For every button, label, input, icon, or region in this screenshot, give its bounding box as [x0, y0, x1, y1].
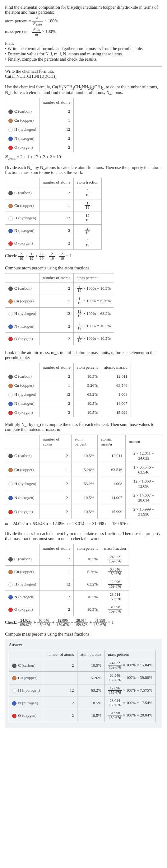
table-row: O (oxygen)210.5%31.998159.676 [5, 603, 129, 616]
element-cell: N (nitrogen) [5, 320, 39, 332]
element-cell: Cu (copper) [5, 295, 39, 307]
element-swatch-icon [8, 229, 13, 233]
element-cell: Cu (copper) [5, 199, 39, 212]
atom-fraction-text: Divide each N_i by N_atoms to calculate … [5, 165, 162, 175]
atom-percent-table: number of atomsatom percent C (carbon)22… [5, 273, 114, 345]
element-swatch-icon [8, 324, 13, 329]
table-row: H (hydrogen)12 [5, 125, 74, 134]
element-swatch-icon [12, 676, 16, 680]
mass-fraction-text: Divide the mass for each element by m to… [5, 531, 162, 541]
natoms-total: Natoms = 2 + 1 + 12 + 2 + 2 = 19 [5, 155, 162, 160]
table-row: C (carbon)210.5%12.0112 × 12.011 = 24.02… [5, 448, 162, 463]
element-cell: Cu (copper) [5, 116, 39, 125]
mass-percent-table: number of atomsatom percentmass percent … [9, 650, 156, 722]
element-swatch-icon [8, 570, 13, 574]
element-swatch-icon [8, 216, 13, 221]
element-cell: Cu (copper) [5, 566, 39, 578]
table-row: H (hydrogen)1263.2%1.00812 × 1.008 = 12.… [5, 476, 162, 491]
atom-fraction-table: number of atomsatom fraction C (carbon)2… [5, 178, 102, 250]
mass-percent-equation: mass percent = Nimim × 100% [5, 27, 162, 37]
plan-header: Plan: [5, 41, 162, 46]
table-row: C (carbon)210.5%12.011 [5, 372, 131, 381]
element-swatch-icon [8, 299, 13, 304]
element-cell: O (oxygen) [5, 143, 39, 152]
table-row: O (oxygen)2 [5, 143, 74, 152]
table-row: H (hydrogen)121219 × 100% = 63.2% [5, 307, 114, 320]
table-row: N (nitrogen)2219 × 100% = 10.5% [5, 320, 114, 332]
table-row: N (nitrogen)210.5%28.014159.676 × 100% =… [9, 697, 156, 709]
element-swatch-icon [8, 146, 13, 150]
element-swatch-icon [8, 286, 13, 291]
table-row: O (oxygen)2219 [5, 237, 102, 249]
element-cell: C (carbon) [5, 282, 39, 294]
table-row: H (hydrogen)1263.2%12.096159.676 [5, 578, 129, 590]
element-swatch-icon [12, 688, 16, 693]
mass-percent-text: Compute mass percents using the mass fra… [5, 632, 162, 637]
plan-item: • Write the chemical formula and gather … [5, 46, 162, 51]
element-cell: N (nitrogen) [5, 134, 39, 143]
mass-fraction-check: Check: 24.022159.676 + 63.546159.676 + 1… [5, 619, 162, 627]
table-row: C (carbon)210.5%24.022159.676 × 100% = 1… [9, 659, 156, 671]
plan-item: • Determine values for N_i, m_i, N_atoms… [5, 52, 162, 57]
element-swatch-icon [12, 701, 16, 706]
table-row: N (nitrogen)210.5%14.0072 × 14.007 = 28.… [5, 491, 162, 505]
element-cell: N (nitrogen) [5, 491, 39, 505]
count-atoms-text: Use the chemical formula, Cu(H2NCH2CH2NH… [5, 85, 162, 95]
element-swatch-icon [8, 595, 13, 599]
lookup-mass-text: Look up the atomic mass, m_i, in unified… [5, 350, 162, 360]
chemical-formula: Cu(H2NCH2CH2NH2)2(OH)2 [5, 74, 162, 80]
element-swatch-icon [8, 496, 13, 500]
atoms-count-table: number of atoms C (carbon)2Cu (copper)1H… [5, 98, 74, 152]
element-swatch-icon [8, 582, 13, 587]
atom-fraction-check: Check: 219 + 119 + 1219 + 219 + 219 = 1 [5, 252, 162, 260]
molecular-mass-total: m = 24.022 u + 63.546 u + 12.096 u + 28.… [5, 521, 162, 526]
element-cell: H (hydrogen) [5, 476, 39, 491]
element-cell: H (hydrogen) [5, 212, 39, 224]
element-cell: H (hydrogen) [5, 125, 39, 134]
element-swatch-icon [8, 557, 13, 562]
element-cell: C (carbon) [5, 448, 39, 463]
element-cell: Cu (copper) [9, 672, 43, 684]
element-cell: O (oxygen) [5, 603, 39, 616]
table-row: N (nitrogen)2219 [5, 224, 102, 237]
element-swatch-icon [8, 312, 13, 316]
element-swatch-icon [8, 204, 13, 208]
element-cell: O (oxygen) [5, 505, 39, 519]
element-cell: H (hydrogen) [5, 390, 39, 399]
table-row: C (carbon)2219 [5, 187, 102, 199]
table-row: N (nitrogen)2 [5, 134, 74, 143]
atom-percent-equation: atom percent = NiNatoms × 100% [5, 16, 162, 27]
table-row: H (hydrogen)1263.2%1.008 [5, 390, 131, 399]
element-swatch-icon [8, 110, 13, 114]
mass-fraction-table: number of atomsatom percentmass fraction… [5, 544, 129, 616]
element-cell: H (hydrogen) [5, 307, 39, 320]
element-swatch-icon [8, 468, 13, 472]
table-row: O (oxygen)210.5%15.999 [5, 408, 131, 417]
table-row: C (carbon)210.5%24.022159.676 [5, 553, 129, 565]
element-swatch-icon [8, 482, 13, 486]
element-swatch-icon [8, 454, 13, 458]
table-row: O (oxygen)2219 × 100% = 10.5% [5, 333, 114, 345]
element-cell: N (nitrogen) [5, 399, 39, 408]
table-row: H (hydrogen)121219 [5, 212, 102, 224]
table-row: Cu (copper)15.26%63.5461 × 63.546 = 63.5… [5, 463, 162, 476]
element-cell: Cu (copper) [5, 381, 39, 390]
element-swatch-icon [8, 337, 13, 341]
intro-text: Find the elemental composition for bis(e… [5, 5, 162, 15]
table-row: H (hydrogen)1263.2%12.096159.676 × 100% … [9, 684, 156, 696]
element-swatch-icon [8, 128, 13, 132]
element-swatch-icon [8, 393, 13, 397]
table-row: O (oxygen)210.5%31.998159.676 × 100% = 2… [9, 709, 156, 722]
table-row: O (oxygen)210.5%15.9992 × 15.999 = 31.99… [5, 505, 162, 519]
table-row: Cu (copper)15.26%63.546 [5, 381, 131, 390]
table-row: C (carbon)2 [5, 107, 74, 116]
element-swatch-icon [8, 402, 13, 406]
element-swatch-icon [12, 663, 16, 668]
element-cell: N (nitrogen) [9, 697, 43, 709]
element-swatch-icon [8, 136, 13, 141]
element-cell: H (hydrogen) [5, 578, 39, 590]
divider [5, 66, 162, 67]
element-cell: N (nitrogen) [5, 224, 39, 237]
table-row: N (nitrogen)210.5%28.014159.676 [5, 590, 129, 603]
table-row: C (carbon)2219 × 100% = 10.5% [5, 282, 114, 294]
